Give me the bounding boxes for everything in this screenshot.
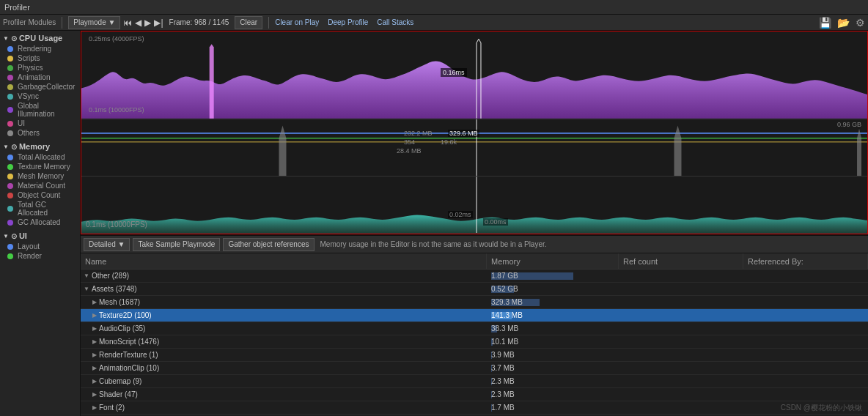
- cpu-label: CPU Usage: [19, 34, 62, 42]
- table-body: ▼Other (289)1.87 GB▼Assets (3748)0.52 GB…: [81, 270, 868, 416]
- table-row[interactable]: ▶AnimationClip (10)3.7 MB: [81, 362, 868, 375]
- memory-chart[interactable]: 0.96 GB 232.2 MB 329.6 MB 354 19.6k 28.4…: [81, 119, 867, 177]
- detail-info: Memory usage in the Editor is not the sa…: [320, 240, 547, 248]
- table-row[interactable]: ▼Assets (3748)0.52 GB: [81, 283, 868, 296]
- top-bar: Profiler: [0, 0, 868, 15]
- sidebar-item-objectcount[interactable]: Object Count: [0, 190, 80, 200]
- scripts-label: Scripts: [18, 54, 40, 62]
- call-stacks-link[interactable]: Call Stacks: [377, 18, 413, 26]
- table-row[interactable]: ▶AudioClip (35)38.3 MB: [81, 322, 868, 335]
- sidebar-item-rendering[interactable]: Rendering: [0, 44, 80, 53]
- watermark: CSDN @樱花粉的小铁锹: [781, 403, 862, 413]
- cpu-expand-icon: ▼: [3, 35, 9, 42]
- cell-memory: 38.3 MB: [487, 322, 619, 335]
- cell-refcount: [619, 362, 743, 374]
- cell-name: ▶Mesh (1687): [81, 296, 487, 308]
- cell-memory: 0.52 GB: [487, 283, 619, 295]
- sidebar-item-totalalloc[interactable]: Total Allocated: [0, 152, 80, 162]
- deep-profile-link[interactable]: Deep Profile: [328, 18, 368, 26]
- sidebar-item-vsync[interactable]: VSync: [0, 92, 80, 101]
- table-row[interactable]: ▶MonoScript (1476)10.1 MB: [81, 335, 868, 349]
- gc-label: GarbageCollector: [18, 83, 75, 91]
- cell-refcount: [619, 401, 743, 414]
- table-row[interactable]: ▶Font (2)1.7 MB: [81, 401, 868, 415]
- sidebar-header-ui[interactable]: ▼ ⊙ UI: [0, 230, 80, 242]
- sidebar-item-scripts[interactable]: Scripts: [0, 53, 80, 63]
- table-row[interactable]: ▶Shader (47)2.3 MB: [81, 388, 868, 401]
- cell-refby: [743, 296, 868, 308]
- sidebar-header-memory[interactable]: ▼ ⊙ Memory: [0, 141, 80, 152]
- sidebar-item-others[interactable]: Others: [0, 128, 80, 138]
- table-row[interactable]: ▶RenderTexture (1)3.9 MB: [81, 349, 868, 362]
- col-header-refby[interactable]: Referenced By:: [743, 253, 868, 269]
- cell-refby: [743, 309, 868, 322]
- sidebar-item-gc[interactable]: GarbageCollector: [0, 82, 80, 92]
- clear-on-play-link[interactable]: Clear on Play: [275, 18, 319, 26]
- cell-refcount: [619, 375, 743, 387]
- ui-chart[interactable]: 0.1ms (10000FPS) 0.02ms 0.00ms: [81, 177, 867, 234]
- gi-label: Global Illumination: [18, 102, 77, 118]
- sidebar-item-render[interactable]: Render: [0, 251, 80, 261]
- cell-refcount: [619, 283, 743, 295]
- sidebar-item-layout[interactable]: Layout: [0, 242, 80, 251]
- layout-label: Layout: [18, 242, 40, 250]
- next-btn[interactable]: ▶|: [154, 18, 163, 28]
- sidebar-item-gcallocated[interactable]: GC Allocated: [0, 218, 80, 227]
- render-label: Render: [18, 252, 42, 260]
- sidebar-section-ui: ▼ ⊙ UI Layout Render: [0, 229, 80, 262]
- gcallocated-label: GC Allocated: [18, 218, 60, 226]
- cell-refcount: [619, 349, 743, 361]
- detail-panel: Detailed ▼ Take Sample Playmode Gather o…: [81, 234, 868, 416]
- playmode-btn[interactable]: Playmode ▼: [68, 16, 120, 29]
- cpu-chart[interactable]: 0.25ms (4000FPS) 0.1ms (10000FPS) 0.16ms: [81, 31, 867, 119]
- sidebar-item-animation[interactable]: Animation: [0, 73, 80, 82]
- sidebar-header-cpu[interactable]: ▼ ⊙ CPU Usage: [0, 32, 80, 44]
- cell-refby: [743, 335, 868, 348]
- col-header-refcount[interactable]: Ref count: [619, 253, 743, 269]
- gather-refs-btn[interactable]: Gather object references: [223, 238, 314, 251]
- table-row[interactable]: ▶Texture2D (100)141.3 MB: [81, 309, 868, 322]
- cell-memory: 141.3 MB: [487, 309, 619, 322]
- frame-label: Frame: 968 / 1145: [169, 18, 229, 26]
- prev-btn[interactable]: ◀: [135, 18, 141, 28]
- sidebar-item-meshmemory[interactable]: Mesh Memory: [0, 171, 80, 181]
- table-row[interactable]: ▶Cubemap (9)2.3 MB: [81, 375, 868, 388]
- prev-frame-btn[interactable]: ⏮: [123, 18, 132, 28]
- cell-refby: [743, 283, 868, 295]
- animation-label: Animation: [18, 73, 50, 81]
- detailed-btn[interactable]: Detailed ▼: [84, 238, 130, 251]
- content-area: 0.25ms (4000FPS) 0.1ms (10000FPS) 0.16ms: [81, 31, 868, 416]
- cell-refcount: [619, 309, 743, 322]
- cell-refcount: [619, 270, 743, 282]
- profiler-title: Profiler: [4, 3, 30, 12]
- sidebar-section-memory: ▼ ⊙ Memory Total Allocated Texture Memor…: [0, 139, 80, 229]
- clear-btn[interactable]: Clear: [235, 16, 262, 29]
- sidebar-item-ui-cpu[interactable]: UI: [0, 119, 80, 128]
- sidebar-item-gi[interactable]: Global Illumination: [0, 101, 80, 119]
- icon-settings[interactable]: ⚙: [856, 17, 865, 29]
- take-sample-btn[interactable]: Take Sample Playmode: [133, 238, 220, 251]
- icon-load[interactable]: 📂: [837, 17, 850, 29]
- sidebar-item-totalgcalloc[interactable]: Total GC Allocated: [0, 200, 80, 218]
- totalalloc-label: Total Allocated: [18, 153, 65, 161]
- play-btn[interactable]: ▶: [144, 18, 151, 28]
- sidebar-section-cpu: ▼ ⊙ CPU Usage Rendering Scripts Physics …: [0, 31, 80, 139]
- cell-refby: [743, 375, 868, 387]
- sidebar-item-materialcount[interactable]: Material Count: [0, 181, 80, 190]
- sidebar-item-physics[interactable]: Physics: [0, 63, 80, 73]
- cell-refcount: [619, 335, 743, 348]
- cell-name: ▶Texture2D (100): [81, 309, 487, 322]
- cell-name: ▼Assets (3748): [81, 283, 487, 295]
- ui-tooltip-1: 0.02ms: [448, 211, 473, 218]
- table-row[interactable]: ▼Other (289)1.87 GB: [81, 270, 868, 283]
- table-row[interactable]: ▶Mesh (1687)329.3 MB: [81, 296, 868, 309]
- col-header-name[interactable]: Name: [81, 253, 487, 269]
- sidebar: ▼ ⊙ CPU Usage Rendering Scripts Physics …: [0, 31, 81, 416]
- rendering-label: Rendering: [18, 45, 51, 53]
- sidebar-item-texturememory[interactable]: Texture Memory: [0, 162, 80, 171]
- icon-save[interactable]: 💾: [819, 17, 831, 29]
- cell-memory: 1.87 GB: [487, 270, 619, 282]
- cell-refby: [743, 362, 868, 374]
- table-header: Name Memory Ref count Referenced By:: [81, 253, 868, 270]
- col-header-memory[interactable]: Memory: [487, 253, 619, 269]
